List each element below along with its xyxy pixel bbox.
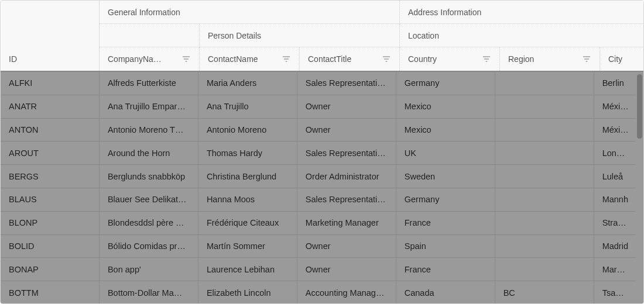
cell-city[interactable]: Luleå: [594, 165, 637, 188]
cell-city[interactable]: Madrid: [594, 235, 637, 258]
cell-contactTitle[interactable]: Owner: [297, 95, 396, 118]
table-row[interactable]: BONAPBon app'Laurence LebihanOwnerFrance…: [1, 258, 637, 281]
cell-contactTitle[interactable]: Owner: [297, 235, 396, 258]
cell-company[interactable]: Bólido Comidas pr…: [100, 235, 198, 258]
group-header-person-details[interactable]: Person Details: [200, 24, 400, 47]
cell-region[interactable]: [495, 141, 594, 164]
cell-contactName[interactable]: Thomas Hardy: [198, 141, 297, 164]
cell-country[interactable]: Sweden: [396, 165, 495, 188]
cell-country[interactable]: Germany: [396, 72, 495, 95]
cell-city[interactable]: Strasbo: [594, 212, 637, 234]
column-header-label: Region: [508, 54, 577, 64]
cell-contactTitle[interactable]: Accounting Manag…: [297, 281, 396, 304]
cell-region[interactable]: BC: [495, 281, 594, 304]
cell-company[interactable]: Around the Horn: [100, 141, 198, 164]
cell-id[interactable]: ANTON: [1, 119, 100, 141]
cell-contactName[interactable]: Martín Sommer: [198, 235, 297, 258]
table-row[interactable]: AROUTAround the HornThomas HardySales Re…: [1, 141, 637, 165]
cell-region[interactable]: [495, 258, 594, 281]
cell-contactName[interactable]: Christina Berglund: [198, 165, 297, 188]
cell-country[interactable]: Spain: [396, 235, 495, 258]
cell-id[interactable]: BOLID: [1, 235, 100, 258]
cell-id[interactable]: ALFKI: [1, 72, 100, 95]
cell-region[interactable]: [495, 72, 594, 95]
cell-country[interactable]: France: [396, 258, 495, 281]
cell-country[interactable]: France: [396, 212, 495, 234]
cell-id[interactable]: AROUT: [1, 141, 100, 164]
cell-region[interactable]: [495, 119, 594, 141]
column-header-company-name[interactable]: CompanyNa…: [100, 47, 200, 71]
cell-id[interactable]: BLONP: [1, 212, 100, 234]
cell-region[interactable]: [495, 95, 594, 118]
filter-icon[interactable]: [181, 54, 191, 64]
cell-country[interactable]: UK: [396, 141, 495, 164]
filter-icon[interactable]: [282, 54, 291, 64]
cell-country[interactable]: Canada: [396, 281, 495, 304]
cell-city[interactable]: México: [594, 95, 637, 118]
table-row[interactable]: ANTONAntonio Moreno T…Antonio MorenoOwne…: [1, 119, 637, 142]
table-row[interactable]: BOLIDBólido Comidas pr…Martín SommerOwne…: [1, 235, 637, 258]
cell-id[interactable]: BOTTM: [1, 281, 100, 304]
cell-contactName[interactable]: Frédérique Citeaux: [198, 212, 297, 234]
cell-contactName[interactable]: Hanna Moos: [198, 188, 297, 211]
cell-company[interactable]: Ana Trujillo Empar…: [100, 95, 198, 118]
column-header-contact-name[interactable]: ContactName: [200, 47, 300, 71]
table-row[interactable]: BERGSBerglunds snabbköpChristina Berglun…: [1, 165, 637, 188]
cell-company[interactable]: Bon app': [100, 258, 198, 281]
cell-company[interactable]: Blauer See Delikat…: [100, 188, 198, 211]
cell-company[interactable]: Blondesddsl père …: [100, 212, 198, 234]
cell-city[interactable]: México: [594, 119, 637, 141]
table-row[interactable]: BLAUSBlauer See Delikat…Hanna MoosSales …: [1, 188, 637, 212]
cell-contactTitle[interactable]: Order Administrator: [297, 165, 396, 188]
cell-contactTitle[interactable]: Sales Representati…: [297, 72, 396, 95]
cell-contactName[interactable]: Antonio Moreno: [198, 119, 297, 141]
cell-region[interactable]: [495, 165, 594, 188]
cell-company[interactable]: Alfreds Futterkiste: [100, 72, 198, 95]
cell-city[interactable]: London: [594, 141, 637, 164]
vertical-scrollbar[interactable]: [636, 72, 643, 304]
column-header-id[interactable]: ID: [1, 1, 100, 71]
cell-company[interactable]: Bottom-Dollar Ma…: [100, 281, 198, 304]
cell-id[interactable]: BLAUS: [1, 188, 100, 211]
cell-contactName[interactable]: Maria Anders: [198, 72, 297, 95]
column-header-region[interactable]: Region: [500, 47, 600, 71]
cell-contactTitle[interactable]: Marketing Manager: [297, 212, 396, 234]
table-row[interactable]: ALFKIAlfreds FutterkisteMaria AndersSale…: [1, 72, 637, 95]
cell-contactName[interactable]: Ana Trujillo: [198, 95, 297, 118]
table-row[interactable]: BLONPBlondesddsl père …Frédérique Citeau…: [1, 212, 637, 235]
group-header-location[interactable]: Location: [400, 24, 643, 47]
table-row[interactable]: BOTTMBottom-Dollar Ma…Elizabeth LincolnA…: [1, 281, 637, 304]
table-row[interactable]: ANATRAna Trujillo Empar…Ana TrujilloOwne…: [1, 95, 637, 119]
group-header-address-information[interactable]: Address Information: [400, 1, 643, 24]
cell-region[interactable]: [495, 188, 594, 211]
cell-id[interactable]: ANATR: [1, 95, 100, 118]
cell-id[interactable]: BONAP: [1, 258, 100, 281]
cell-region[interactable]: [495, 235, 594, 258]
group-header-general-information[interactable]: General Information: [100, 1, 400, 24]
cell-company[interactable]: Berglunds snabbköp: [100, 165, 198, 188]
cell-id[interactable]: BERGS: [1, 165, 100, 188]
filter-icon[interactable]: [482, 54, 491, 64]
cell-contactTitle[interactable]: Sales Representati…: [297, 141, 396, 164]
cell-city[interactable]: Berlin: [594, 72, 637, 95]
cell-country[interactable]: Mexico: [396, 95, 495, 118]
cell-city[interactable]: Tsawas: [594, 281, 637, 304]
scrollbar-thumb[interactable]: [637, 74, 642, 139]
filter-icon[interactable]: [382, 54, 391, 64]
cell-contactName[interactable]: Laurence Lebihan: [198, 258, 297, 281]
cell-contactTitle[interactable]: Sales Representati…: [297, 188, 396, 211]
cell-company[interactable]: Antonio Moreno T…: [100, 119, 198, 141]
cell-text: Elizabeth Lincoln: [207, 288, 289, 298]
cell-city[interactable]: Marseil: [594, 258, 637, 281]
cell-contactTitle[interactable]: Owner: [297, 258, 396, 281]
column-header-country[interactable]: Country: [400, 47, 500, 71]
cell-contactName[interactable]: Elizabeth Lincoln: [198, 281, 297, 304]
cell-city[interactable]: Mannh: [594, 188, 637, 211]
cell-country[interactable]: Mexico: [396, 119, 495, 141]
cell-country[interactable]: Germany: [396, 188, 495, 211]
cell-region[interactable]: [495, 212, 594, 234]
filter-icon[interactable]: [582, 54, 591, 64]
column-header-contact-title[interactable]: ContactTitle: [300, 47, 400, 71]
cell-contactTitle[interactable]: Owner: [297, 119, 396, 141]
column-header-city[interactable]: City: [600, 47, 643, 71]
